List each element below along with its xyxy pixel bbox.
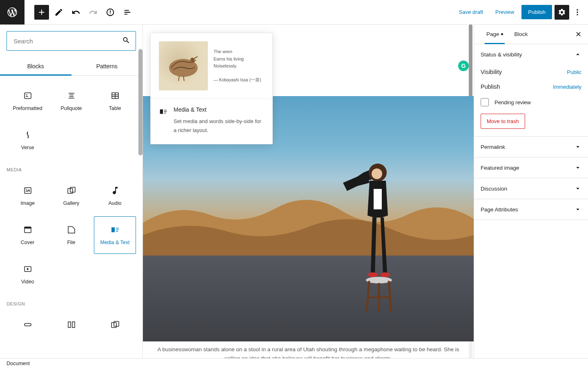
road-graphic	[143, 256, 474, 341]
featured-image-toggle[interactable]: Featured image	[474, 157, 588, 178]
undo-button[interactable]	[69, 5, 83, 20]
redo-button[interactable]	[86, 5, 100, 20]
block-label: Media & Text	[100, 240, 129, 245]
preview-illustration	[159, 41, 208, 90]
block-gallery[interactable]: Gallery	[50, 177, 92, 215]
mountains-graphic	[143, 186, 474, 260]
details-button[interactable]	[103, 5, 118, 20]
media-section-label: MEDIA	[7, 159, 136, 177]
settings-sidebar: Page Block ✕ Status & visibility Visibil…	[474, 25, 588, 358]
tab-page[interactable]: Page	[481, 25, 509, 44]
status-visibility-toggle[interactable]: Status & visibility	[474, 44, 588, 65]
top-toolbar: Save draft Preview Publish	[0, 0, 588, 25]
block-audio[interactable]: Audio	[94, 177, 136, 215]
preview-title: Media & Text	[174, 106, 264, 113]
tab-blocks[interactable]: Blocks	[0, 57, 71, 75]
poem-line: Earns his living	[214, 56, 261, 63]
poem-line: Noiselessly.	[214, 63, 261, 70]
chevron-up-icon	[574, 51, 581, 58]
discussion-toggle[interactable]: Discussion	[474, 178, 588, 199]
chevron-down-icon	[574, 143, 581, 150]
design-section-label: DESIGN	[7, 293, 136, 311]
outline-button[interactable]	[120, 5, 135, 20]
move-to-trash-button[interactable]: Move to trash	[481, 114, 525, 129]
grammarly-icon[interactable]: G	[458, 61, 469, 71]
block-cover[interactable]: Cover	[7, 216, 49, 254]
caption-text: A businesswoman stands alone on a stool …	[157, 346, 459, 358]
svg-point-22	[380, 272, 390, 277]
footer-breadcrumb[interactable]: Document	[0, 358, 588, 368]
block-pullquote[interactable]: Pullquote	[50, 82, 92, 120]
svg-point-21	[368, 272, 378, 277]
settings-button[interactable]	[555, 5, 569, 20]
block-preview-popover: The wren Earns his living Noiselessly. —…	[150, 33, 273, 144]
tab-patterns[interactable]: Patterns	[71, 57, 143, 75]
section-title: Page Attributes	[481, 206, 518, 213]
block-label: Gallery	[63, 200, 80, 206]
publish-button[interactable]: Publish	[521, 5, 552, 19]
block-label: Verse	[21, 145, 34, 150]
page-attributes-toggle[interactable]: Page Attributes	[474, 199, 588, 220]
chevron-down-icon	[574, 206, 581, 213]
more-options-button[interactable]	[572, 8, 583, 16]
wordpress-logo[interactable]	[0, 0, 24, 25]
search-icon	[122, 36, 130, 46]
svg-point-19	[372, 168, 382, 179]
block-label: File	[67, 240, 75, 245]
pending-review-checkbox[interactable]	[481, 98, 489, 106]
save-draft-button[interactable]: Save draft	[454, 6, 488, 18]
section-title: Permalink	[481, 144, 505, 150]
pending-review-label: Pending review	[494, 99, 531, 105]
block-buttons[interactable]	[7, 311, 49, 338]
block-label: Cover	[21, 240, 34, 245]
close-sidebar-button[interactable]: ✕	[572, 27, 585, 42]
search-input[interactable]	[7, 31, 136, 51]
inserter-scrollbar[interactable]	[138, 49, 143, 155]
svg-rect-20	[374, 189, 382, 209]
block-preformatted[interactable]: Preformatted	[7, 82, 49, 120]
block-verse[interactable]: Verse	[7, 121, 49, 159]
tab-label: Page	[486, 31, 499, 37]
block-label: Preformatted	[13, 105, 42, 111]
image-caption[interactable]: A businesswoman stands alone on a stool …	[147, 343, 470, 358]
edit-mode-button[interactable]	[51, 5, 66, 20]
preview-button[interactable]: Preview	[490, 6, 519, 18]
block-columns[interactable]	[50, 311, 92, 338]
block-label: Audio	[109, 200, 122, 206]
chevron-down-icon	[574, 164, 581, 171]
block-label: Video	[21, 279, 34, 285]
preview-description: Set media and words side-by-side for a r…	[174, 117, 264, 135]
block-media-text[interactable]: Media & Text	[94, 216, 136, 254]
media-text-icon	[159, 106, 168, 135]
tab-block[interactable]: Block	[509, 25, 534, 44]
publish-value-link[interactable]: Immediately	[553, 84, 581, 90]
section-title: Status & visibility	[481, 52, 522, 58]
block-label: Pullquote	[60, 105, 82, 111]
publish-label: Publish	[481, 83, 500, 90]
section-title: Discussion	[481, 186, 507, 192]
visibility-value-link[interactable]: Public	[567, 69, 581, 75]
chevron-down-icon	[574, 185, 581, 192]
poem-credit: — Kobayashi Issa (一茶)	[214, 76, 261, 83]
section-title: Featured image	[481, 165, 519, 171]
permalink-toggle[interactable]: Permalink	[474, 137, 588, 157]
poem-line: The wren	[214, 48, 261, 56]
block-video[interactable]: Video	[7, 256, 49, 293]
visibility-label: Visibility	[481, 69, 502, 75]
tab-indicator-dot	[501, 33, 503, 35]
block-table[interactable]: Table	[94, 82, 136, 120]
block-file[interactable]: File	[50, 216, 92, 254]
editor-canvas[interactable]: A businesswoman stands alone on a stool …	[143, 25, 474, 358]
person-graphic	[335, 150, 404, 314]
block-label: Image	[20, 200, 35, 206]
breadcrumb-text: Document	[7, 361, 30, 366]
block-inserter-panel: Blocks Patterns Preformatted Pullquote T…	[0, 25, 143, 358]
add-block-button[interactable]	[34, 5, 49, 20]
block-label: Table	[109, 105, 121, 111]
block-image[interactable]: Image	[7, 177, 49, 215]
block-group[interactable]	[94, 311, 136, 338]
